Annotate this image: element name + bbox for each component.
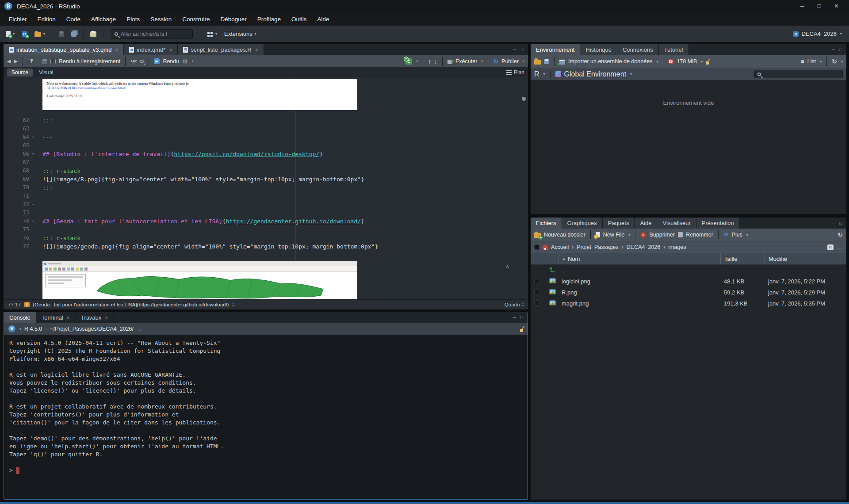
file-row-logiciel.png[interactable]: logiciel.png48,1 KBjanv. 7, 2026, 5:22 P…: [531, 276, 846, 287]
maximize-icon[interactable]: □: [818, 2, 821, 10]
select-all-checkbox[interactable]: [534, 244, 539, 250]
scrollbar-thumb[interactable]: [522, 97, 526, 101]
file-name-link[interactable]: logiciel.png: [558, 278, 720, 285]
close-icon[interactable]: ×: [834, 2, 838, 10]
publish-button[interactable]: Publier: [501, 58, 519, 65]
tab-connexions[interactable]: Connexions: [617, 44, 659, 55]
minimize-pane-icon[interactable]: ─: [513, 47, 516, 52]
find-icon[interactable]: [140, 60, 144, 63]
tab-aide[interactable]: Aide: [635, 218, 657, 229]
menu-aide[interactable]: Aide: [313, 14, 334, 24]
print-button[interactable]: [88, 29, 99, 38]
fold-arrow-icon[interactable]: ▾: [29, 133, 37, 141]
file-row-magrit.png[interactable]: magrit.png191,3 KBjanv. 7, 2026, 5:35 PM: [531, 298, 846, 309]
menu-code[interactable]: Code: [62, 14, 85, 24]
gear-icon[interactable]: ⚙: [182, 58, 188, 65]
up-directory-label[interactable]: ..: [558, 267, 568, 274]
run-previous-icon[interactable]: ↑: [428, 58, 431, 65]
rename-button[interactable]: Renommer: [686, 232, 713, 238]
new-project-button[interactable]: R: [19, 30, 30, 38]
outline-button[interactable]: Plan: [506, 69, 524, 76]
language-selector[interactable]: R: [534, 70, 539, 78]
open-in-window-icon[interactable]: [28, 60, 32, 63]
spellcheck-icon[interactable]: ABC: [130, 60, 137, 63]
fold-arrow-icon[interactable]: ▾: [29, 150, 37, 158]
close-tab-icon[interactable]: ×: [169, 47, 172, 53]
code-line-76[interactable]: 76::: r-stack: [4, 234, 528, 242]
tab-paquets[interactable]: Paquets: [603, 218, 635, 229]
run-button[interactable]: Exécuter: [455, 58, 477, 65]
section-spinner-icon[interactable]: ▴▾: [232, 302, 233, 307]
console-tab-terminal[interactable]: Terminal×: [36, 312, 76, 323]
editor-tab-initiation-statistique-spatiale-v3-qmd[interactable]: initiation_statistique_spatiale_v3.qmd×: [4, 44, 124, 55]
extensions-button[interactable]: Extensions ▾: [222, 29, 259, 39]
insert-chunk-icon[interactable]: C: [405, 58, 412, 65]
new-file-button[interactable]: New File: [603, 232, 625, 238]
file-row-up[interactable]: ..: [531, 265, 846, 276]
menu-edition[interactable]: Edition: [33, 14, 60, 24]
column-header-size[interactable]: Taille: [720, 253, 765, 264]
code-line-67[interactable]: 67: [4, 158, 528, 167]
more-button[interactable]: Plus: [732, 232, 742, 238]
save-icon[interactable]: [42, 59, 47, 64]
environment-scope-selector[interactable]: Global Environment: [564, 70, 627, 78]
code-line-63[interactable]: 63: [4, 125, 528, 133]
console-output[interactable]: R version 4.5.0 (2025-04-11 ucrt) -- "Ho…: [4, 335, 528, 499]
code-line-69[interactable]: 69![](images/R.png){fig-align="center" w…: [4, 175, 528, 183]
back-icon[interactable]: ◀: [7, 58, 11, 64]
memory-usage-button[interactable]: 178 MiB: [677, 58, 697, 65]
r-version-icon[interactable]: R: [8, 325, 15, 332]
language-spinner-icon[interactable]: ▴▾: [522, 302, 524, 307]
tab-historique[interactable]: Historique: [580, 44, 617, 55]
close-tab-icon[interactable]: ×: [255, 47, 258, 53]
render-on-save-checkbox[interactable]: [50, 59, 56, 64]
console-prompt[interactable]: >: [9, 466, 527, 474]
code-line-74[interactable]: 74▾## [Geoda : fait pour l'autocorrelati…: [4, 217, 528, 225]
code-line-72[interactable]: 72▾---: [4, 200, 528, 209]
close-tab-icon[interactable]: ×: [67, 315, 70, 321]
breadcrumb-accueil[interactable]: Accueil: [551, 244, 569, 250]
forward-icon[interactable]: ▶: [14, 58, 17, 64]
code-line-73[interactable]: 73: [4, 209, 528, 217]
code-area[interactable]: 62:::6364▾---6566▾## [Rstudio : l'interf…: [4, 116, 528, 251]
breadcrumb-deca4_2026[interactable]: DECA4_2026: [627, 244, 660, 250]
new-file-button[interactable]: ▾: [4, 29, 17, 38]
code-line-68[interactable]: 68::: r-stack: [4, 167, 528, 175]
code-line-64[interactable]: 64▾---: [4, 133, 528, 141]
file-name-link[interactable]: R.png: [558, 289, 720, 296]
clear-console-icon[interactable]: [520, 329, 523, 332]
column-header-modified[interactable]: Modifié: [765, 253, 846, 264]
section-selector[interactable]: [Geoda : fait pour l'autocorrelation et …: [33, 302, 229, 307]
tab-tutoriel[interactable]: Tutoriel: [659, 44, 689, 55]
editor-body[interactable]: Note to webmasters: A stable link which …: [4, 77, 528, 299]
breadcrumb-projet_passages[interactable]: Projet_Passages: [577, 244, 619, 250]
fold-arrow-icon[interactable]: ▾: [29, 217, 37, 225]
code-line-62[interactable]: 62:::: [4, 116, 528, 125]
minimize-pane-icon[interactable]: ─: [832, 221, 835, 225]
import-dataset-button[interactable]: Importer un ensemble de données: [568, 58, 652, 65]
code-line-75[interactable]: 75: [4, 225, 528, 234]
file-row-R.png[interactable]: R.png59,2 KBjanv. 7, 2026, 5:29 PM: [531, 287, 846, 298]
editor-tab-script-liste-packages-R[interactable]: script_liste_packages.R×: [178, 44, 264, 55]
file-name-link[interactable]: magrit.png: [558, 300, 720, 307]
menu-deboguer[interactable]: Déboguer: [216, 14, 251, 24]
code-line-70[interactable]: 70:::: [4, 183, 528, 192]
menu-plots[interactable]: Plots: [122, 14, 144, 24]
file-checkbox[interactable]: [534, 278, 539, 283]
fold-arrow-icon[interactable]: ▾: [29, 200, 37, 209]
editor-tab-index-qmd-[interactable]: index.qmd*×: [124, 44, 178, 55]
clear-environment-icon[interactable]: [706, 61, 709, 65]
menu-outils[interactable]: Outils: [287, 14, 311, 24]
column-header-name[interactable]: ▲ Nom: [558, 253, 720, 264]
up-directory-icon[interactable]: [546, 267, 558, 274]
r-project-badge-icon[interactable]: R: [827, 244, 834, 250]
close-tab-icon[interactable]: ×: [115, 47, 118, 53]
code-line-65[interactable]: 65: [4, 141, 528, 150]
minimize-icon[interactable]: ─: [800, 2, 804, 10]
tab-fichiers[interactable]: Fichiers: [531, 218, 562, 229]
save-workspace-icon[interactable]: [544, 59, 549, 64]
console-tab-console[interactable]: Console: [4, 312, 36, 323]
menu-construire[interactable]: Construire: [178, 14, 214, 24]
menu-fichier[interactable]: Fichier: [4, 14, 31, 24]
breadcrumb-images[interactable]: images: [668, 244, 686, 250]
